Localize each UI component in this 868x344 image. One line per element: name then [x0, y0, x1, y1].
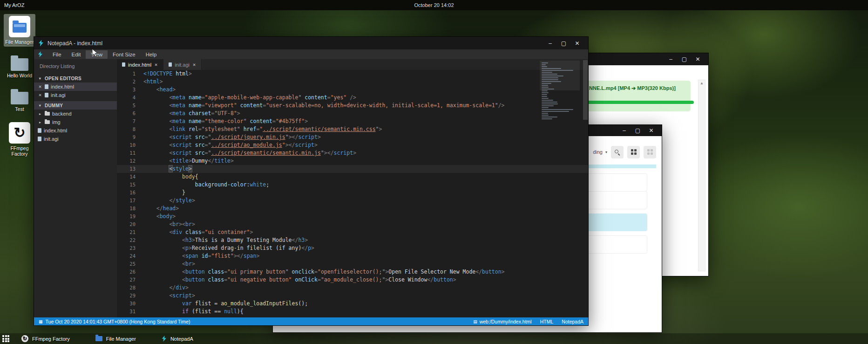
code-line: 12 <title>Dummy</title>	[117, 157, 588, 165]
close-icon[interactable]: ✕	[192, 62, 196, 67]
line-number: 17	[117, 197, 143, 205]
sidebar-item-init-agi[interactable]: ✕init.agi	[34, 91, 117, 99]
file-manager-icon	[9, 16, 30, 37]
desktop-icon-label: File Manager	[5, 39, 34, 45]
desktop-icon-ffmpeg-factory[interactable]: ↻FFmpeg Factory	[4, 120, 35, 158]
tab-init-agi[interactable]: init.agi✕	[163, 59, 202, 70]
code-line: 2<html>	[117, 78, 588, 86]
notepad-titlebar[interactable]: NotepadA - index.html – ▢ ✕	[34, 37, 588, 49]
sidebar-item-index-html[interactable]: index.html	[34, 126, 117, 135]
desktop-icon-hello-world[interactable]: Hello World	[4, 53, 35, 80]
app-launcher-icon[interactable]	[2, 335, 9, 342]
scroll-up-icon[interactable]: ▲	[698, 80, 705, 87]
list-view-button[interactable]	[644, 146, 656, 158]
list-view-icon	[647, 149, 653, 155]
sidebar-section-dummy[interactable]: ▾DUMMY	[34, 101, 117, 110]
desktop-icons: File ManagerHello WorldTest↻FFmpeg Facto…	[4, 14, 38, 165]
menu-file[interactable]: File	[47, 50, 67, 59]
line-number: 20	[117, 220, 143, 228]
grid-view-button[interactable]	[627, 146, 640, 158]
menu-help[interactable]: Help	[141, 50, 162, 59]
line-number: 6	[117, 110, 143, 117]
conversion-task-label: NNE.L.mp4 [MP4 ➔ MP3(320 Kbps)]	[589, 85, 676, 91]
code-line: 1<!DOCTYPE html>	[117, 70, 588, 78]
code-line: 24 <span id="flist"></span>	[117, 252, 588, 260]
code-line: 14 body{	[117, 173, 588, 181]
editor-pane[interactable]: index.html✕init.agi✕ 1<!DOCTYPE html>2<h…	[117, 59, 588, 317]
maximize-button[interactable]: ▢	[631, 124, 644, 137]
line-number: 18	[117, 205, 143, 213]
taskbar-item-notepada[interactable]: NotepadA	[162, 336, 193, 342]
ffmpeg-icon: ↻	[21, 335, 28, 342]
line-number: 30	[117, 300, 143, 308]
code-line: 5 <meta name="viewport" content="user-sc…	[117, 102, 588, 110]
code-line: 9 <script src="../script/jquery.min.js">…	[117, 133, 588, 141]
menu-view[interactable]: View	[86, 50, 108, 59]
desktop-icon-test[interactable]: Test	[4, 87, 35, 114]
maximize-button[interactable]: ▢	[557, 37, 570, 49]
close-icon[interactable]: ✕	[38, 93, 42, 97]
sidebar-item-backend[interactable]: ▸backend	[34, 110, 117, 118]
code-editor[interactable]: 1<!DOCTYPE html>2<html>3 <head>4 <meta n…	[117, 70, 588, 317]
notepada-logo-icon	[38, 40, 44, 47]
statusbar-language[interactable]: HTML	[540, 319, 554, 324]
code-line: 4 <meta name="apple-mobile-web-app-capab…	[117, 94, 588, 102]
folder-icon	[45, 120, 50, 124]
code-line: 27 <button class="ui negative button" on…	[117, 276, 588, 284]
line-number: 14	[117, 173, 143, 181]
taskbar-item-file-manager[interactable]: File Manager	[95, 336, 136, 342]
notepada-logo-icon	[38, 51, 43, 57]
line-number: 24	[117, 252, 143, 260]
code-line: 16 }	[117, 189, 588, 197]
file-icon	[38, 137, 41, 141]
line-number: 22	[117, 236, 143, 244]
notepad-window[interactable]: NotepadA - index.html – ▢ ✕ FileEditView…	[34, 36, 589, 326]
code-line: 3 <head>	[117, 86, 588, 94]
desktop-icon-label: FFmpeg Factory	[5, 145, 34, 157]
close-button[interactable]: ✕	[691, 53, 705, 65]
minimize-button[interactable]: –	[617, 124, 631, 137]
system-clock: October 20 14:02	[414, 2, 454, 8]
sort-dropdown[interactable]: ding ▾	[593, 149, 607, 155]
minimize-button[interactable]: –	[664, 53, 678, 65]
sidebar-item-init-agi[interactable]: init.agi	[34, 135, 117, 143]
line-number: 19	[117, 213, 143, 220]
close-icon[interactable]: ✕	[154, 62, 158, 67]
notepada-icon	[162, 336, 167, 342]
line-number: 9	[117, 133, 143, 141]
chevron-down-icon: ▾	[38, 103, 42, 108]
file-icon	[38, 128, 41, 133]
menu-edit[interactable]: Edit	[67, 50, 86, 59]
code-line: 31 if (flist == null){	[117, 308, 588, 316]
window-controls: – ▢ ✕	[664, 53, 705, 65]
search-button[interactable]	[611, 146, 624, 158]
sidebar-item-img[interactable]: ▸img	[34, 118, 117, 126]
tab-index-html[interactable]: index.html✕	[117, 59, 163, 70]
close-button[interactable]: ✕	[644, 124, 658, 137]
minimap[interactable]	[540, 61, 580, 135]
line-number: 26	[117, 268, 143, 276]
line-number: 23	[117, 244, 143, 252]
taskbar-item-ffmpeg-factory[interactable]: ↻FFmpeg Factory	[21, 335, 70, 342]
code-line: 17 </style>	[117, 197, 588, 205]
system-top-bar: My ArOZ October 20 14:02	[0, 0, 868, 10]
line-number: 16	[117, 189, 143, 197]
line-number: 10	[117, 141, 143, 149]
notepad-menubar: FileEditViewFont SizeHelp	[34, 49, 588, 59]
maximize-button[interactable]: ▢	[678, 53, 691, 65]
statusbar-filepath[interactable]: web:/Dummy/index.html	[480, 319, 532, 324]
scrollbar[interactable]: ▲	[698, 80, 705, 271]
file-icon	[45, 84, 48, 89]
desktop-icon-label: Hello World	[5, 73, 34, 78]
sidebar-section-open-editors[interactable]: ▾OPEN EDITORS	[34, 74, 117, 83]
sidebar-item-index-html[interactable]: ✕index.html	[34, 83, 117, 91]
close-icon[interactable]: ✕	[38, 84, 42, 89]
minimize-button[interactable]: –	[543, 37, 557, 49]
editor-scrollbar[interactable]	[583, 59, 588, 317]
notepad-sidebar: Directory Listing ▾OPEN EDITORS✕index.ht…	[34, 59, 117, 317]
menu-font-size[interactable]: Font Size	[108, 50, 141, 59]
line-number: 29	[117, 292, 143, 300]
close-button[interactable]: ✕	[570, 37, 584, 49]
desktop-icon-file-manager[interactable]: File Manager	[4, 14, 35, 47]
folder-icon	[11, 55, 28, 71]
